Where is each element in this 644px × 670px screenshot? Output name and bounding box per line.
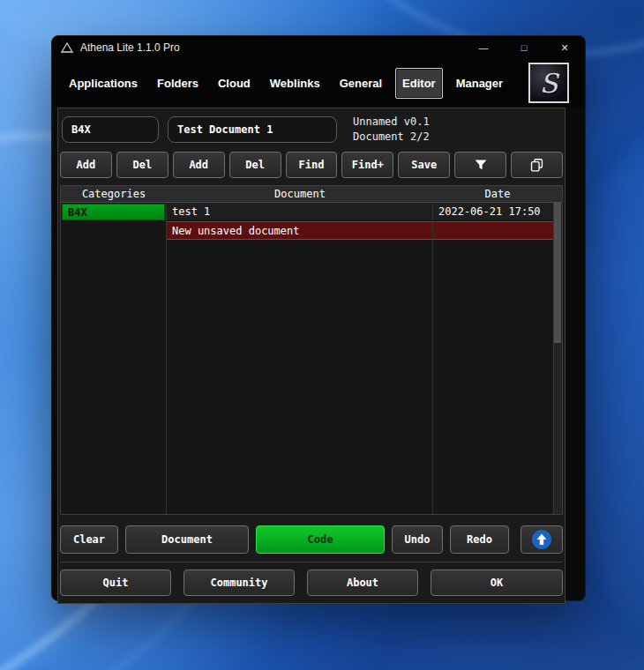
close-button[interactable]: ✕ bbox=[544, 36, 585, 59]
copy-icon bbox=[529, 158, 544, 173]
documents-table: Categories Document Date B4X test 1 2022… bbox=[60, 185, 563, 515]
minimize-button[interactable]: — bbox=[463, 36, 504, 59]
empty-document-column bbox=[167, 240, 433, 514]
header-categories: Categories bbox=[61, 186, 167, 202]
desktop: { "window": { "title": "Athena Lite 1.1.… bbox=[0, 0, 644, 670]
undo-button[interactable]: Undo bbox=[392, 525, 443, 554]
about-button[interactable]: About bbox=[307, 570, 418, 596]
header-document: Document bbox=[167, 186, 433, 202]
find-plus-button[interactable]: Find+ bbox=[341, 152, 393, 178]
del-document-button[interactable]: Del bbox=[229, 152, 281, 178]
date-cell-test1[interactable]: 2022-06-21 17:50 bbox=[433, 203, 562, 221]
redo-button[interactable]: Redo bbox=[450, 525, 509, 554]
menu-bar: Applications Folders Cloud Weblinks Gene… bbox=[52, 59, 585, 107]
app-triangle-icon bbox=[61, 42, 73, 53]
maximize-button[interactable]: □ bbox=[504, 36, 544, 59]
date-cell-unsaved[interactable] bbox=[433, 221, 562, 240]
table-body: B4X test 1 2022-06-21 17:50 New unsaved … bbox=[61, 203, 562, 514]
tab-general[interactable]: General bbox=[333, 69, 388, 98]
footer: Quit Community About OK bbox=[60, 563, 563, 603]
app-window: Athena Lite 1.1.0 Pro — □ ✕ Applications… bbox=[51, 35, 586, 601]
tab-folders[interactable]: Folders bbox=[151, 69, 205, 98]
editor-panel: Unnamed v0.1 Document 2/2 Add Del Add De… bbox=[57, 108, 565, 604]
toolbar: Add Del Add Del Find Find+ Save bbox=[60, 151, 563, 185]
del-category-button[interactable]: Del bbox=[116, 152, 168, 178]
status-block: Unnamed v0.1 Document 2/2 bbox=[353, 115, 430, 145]
community-button[interactable]: Community bbox=[183, 570, 295, 596]
filter-icon bbox=[474, 158, 488, 172]
category-cell[interactable]: B4X bbox=[61, 203, 167, 221]
up-arrow-icon bbox=[531, 529, 552, 550]
title-bar: Athena Lite 1.1.0 Pro — □ ✕ bbox=[52, 36, 585, 59]
quit-button[interactable]: Quit bbox=[60, 570, 171, 596]
window-title: Athena Lite 1.1.0 Pro bbox=[80, 41, 180, 54]
empty-date-column bbox=[433, 240, 562, 514]
document-cell-unsaved[interactable]: New unsaved document bbox=[167, 221, 433, 240]
tab-editor[interactable]: Editor bbox=[395, 68, 443, 99]
status-version: Unnamed v0.1 bbox=[353, 115, 430, 130]
table-header: Categories Document Date bbox=[61, 186, 562, 203]
add-category-button[interactable]: Add bbox=[60, 152, 112, 178]
status-doc-counter: Document 2/2 bbox=[353, 130, 430, 145]
ok-button[interactable]: OK bbox=[431, 570, 563, 596]
add-document-button[interactable]: Add bbox=[173, 152, 225, 178]
tab-cloud[interactable]: Cloud bbox=[212, 69, 257, 98]
document-title-input[interactable] bbox=[168, 116, 337, 143]
fields-row: Unnamed v0.1 Document 2/2 bbox=[60, 108, 563, 151]
category-input[interactable] bbox=[62, 116, 159, 143]
table-row-2-unsaved[interactable]: New unsaved document bbox=[61, 221, 562, 240]
document-cell-test1[interactable]: test 1 bbox=[167, 203, 433, 221]
table-scrollbar-thumb[interactable] bbox=[554, 203, 561, 343]
table-row-1[interactable]: B4X test 1 2022-06-21 17:50 bbox=[61, 203, 562, 221]
category-cell-empty bbox=[61, 221, 167, 240]
brand-logo-letter: S bbox=[540, 68, 558, 99]
copy-button[interactable] bbox=[511, 152, 563, 178]
footer-divider bbox=[60, 562, 563, 562]
window-controls: — □ ✕ bbox=[463, 36, 585, 59]
filter-button[interactable] bbox=[454, 152, 506, 178]
empty-categories-column bbox=[61, 240, 167, 514]
category-b4x-selected[interactable]: B4X bbox=[62, 204, 165, 220]
table-scrollbar[interactable] bbox=[553, 203, 562, 514]
document-mode-button[interactable]: Document bbox=[125, 525, 249, 554]
table-empty-area bbox=[61, 240, 562, 514]
header-date: Date bbox=[433, 186, 562, 202]
editor-actions: Clear Document Code Undo Redo bbox=[60, 515, 563, 561]
find-button[interactable]: Find bbox=[286, 152, 338, 178]
tab-weblinks[interactable]: Weblinks bbox=[264, 69, 326, 98]
code-mode-button[interactable]: Code bbox=[256, 525, 385, 554]
tab-manager[interactable]: Manager bbox=[450, 69, 509, 98]
scroll-top-button[interactable] bbox=[520, 525, 563, 554]
clear-button[interactable]: Clear bbox=[60, 525, 118, 554]
tab-applications[interactable]: Applications bbox=[63, 69, 144, 98]
save-button[interactable]: Save bbox=[398, 152, 450, 178]
brand-logo: S bbox=[528, 63, 569, 103]
